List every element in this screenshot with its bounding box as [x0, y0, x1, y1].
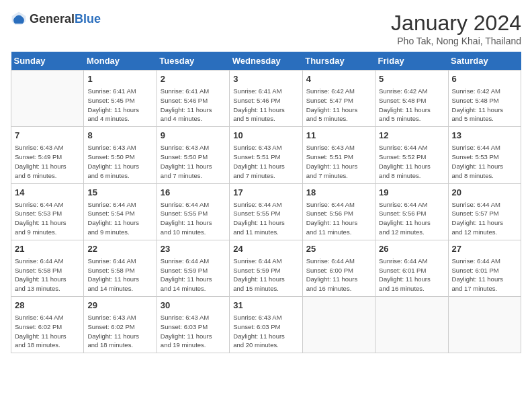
calendar-cell: 19Sunrise: 6:44 AMSunset: 5:56 PMDayligh…	[375, 183, 448, 240]
day-info: Sunrise: 6:43 AMSunset: 5:51 PMDaylight:…	[306, 143, 371, 180]
day-info: Sunrise: 6:43 AMSunset: 5:51 PMDaylight:…	[233, 143, 298, 180]
calendar-cell: 18Sunrise: 6:44 AMSunset: 5:56 PMDayligh…	[302, 183, 375, 240]
day-info: Sunrise: 6:44 AMSunset: 5:59 PMDaylight:…	[161, 257, 226, 293]
day-info: Sunrise: 6:41 AMSunset: 5:46 PMDaylight:…	[233, 87, 298, 124]
calendar-cell: 30Sunrise: 6:43 AMSunset: 6:03 PMDayligh…	[157, 297, 229, 353]
day-info: Sunrise: 6:43 AMSunset: 6:03 PMDaylight:…	[233, 313, 298, 350]
day-number: 24	[233, 243, 298, 255]
calendar-cell: 29Sunrise: 6:43 AMSunset: 6:02 PMDayligh…	[84, 297, 157, 353]
day-number: 8	[87, 130, 152, 142]
day-of-week-header: Tuesday	[157, 52, 229, 71]
calendar-cell: 17Sunrise: 6:44 AMSunset: 5:55 PMDayligh…	[230, 183, 302, 240]
day-info: Sunrise: 6:44 AMSunset: 5:56 PMDaylight:…	[379, 200, 444, 237]
calendar-cell: 25Sunrise: 6:44 AMSunset: 6:00 PMDayligh…	[302, 240, 375, 296]
month-title: January 2024	[391, 11, 521, 36]
day-of-week-header: Wednesday	[230, 52, 302, 71]
logo-blue: Blue	[75, 12, 101, 26]
day-info: Sunrise: 6:44 AMSunset: 5:52 PMDaylight:…	[379, 143, 444, 180]
calendar-cell: 1Sunrise: 6:41 AMSunset: 5:45 PMDaylight…	[84, 71, 157, 127]
calendar-cell: 9Sunrise: 6:43 AMSunset: 5:50 PMDaylight…	[157, 127, 229, 183]
day-info: Sunrise: 6:44 AMSunset: 5:53 PMDaylight:…	[452, 143, 517, 180]
calendar-cell: 5Sunrise: 6:42 AMSunset: 5:48 PMDaylight…	[375, 71, 448, 127]
day-info: Sunrise: 6:43 AMSunset: 5:50 PMDaylight:…	[87, 143, 152, 180]
day-number: 2	[161, 73, 226, 85]
day-of-week-header: Sunday	[11, 52, 84, 71]
day-info: Sunrise: 6:43 AMSunset: 5:49 PMDaylight:…	[15, 143, 80, 180]
day-number: 3	[233, 73, 298, 85]
calendar-cell: 2Sunrise: 6:41 AMSunset: 5:46 PMDaylight…	[157, 71, 229, 127]
day-number: 27	[452, 243, 517, 255]
day-number: 19	[379, 187, 444, 199]
day-number: 21	[15, 243, 80, 255]
calendar-cell: 26Sunrise: 6:44 AMSunset: 6:01 PMDayligh…	[375, 240, 448, 296]
day-info: Sunrise: 6:42 AMSunset: 5:48 PMDaylight:…	[379, 87, 444, 124]
day-info: Sunrise: 6:42 AMSunset: 5:48 PMDaylight:…	[452, 87, 517, 124]
calendar-cell: 7Sunrise: 6:43 AMSunset: 5:49 PMDaylight…	[11, 127, 84, 183]
day-info: Sunrise: 6:44 AMSunset: 5:58 PMDaylight:…	[87, 257, 152, 293]
location: Pho Tak, Nong Khai, Thailand	[391, 36, 521, 46]
day-info: Sunrise: 6:44 AMSunset: 5:58 PMDaylight:…	[15, 257, 80, 293]
day-number: 15	[87, 187, 152, 199]
day-number: 5	[379, 73, 444, 85]
day-of-week-header: Saturday	[448, 52, 521, 71]
day-number: 29	[87, 300, 152, 312]
logo-general: General	[30, 12, 75, 26]
calendar-week-row: 1Sunrise: 6:41 AMSunset: 5:45 PMDaylight…	[11, 71, 521, 127]
day-info: Sunrise: 6:44 AMSunset: 6:00 PMDaylight:…	[306, 257, 371, 293]
day-of-week-header: Friday	[375, 52, 448, 71]
day-number: 6	[452, 73, 517, 85]
day-number: 9	[161, 130, 226, 142]
day-number: 11	[306, 130, 371, 142]
day-info: Sunrise: 6:41 AMSunset: 5:46 PMDaylight:…	[161, 87, 226, 124]
day-number: 26	[379, 243, 444, 255]
calendar-cell: 15Sunrise: 6:44 AMSunset: 5:54 PMDayligh…	[84, 183, 157, 240]
logo-icon	[11, 11, 27, 27]
day-info: Sunrise: 6:43 AMSunset: 6:02 PMDaylight:…	[87, 313, 152, 350]
calendar-cell: 13Sunrise: 6:44 AMSunset: 5:53 PMDayligh…	[448, 127, 521, 183]
day-of-week-header: Monday	[84, 52, 157, 71]
calendar-cell	[302, 297, 375, 353]
day-info: Sunrise: 6:44 AMSunset: 6:02 PMDaylight:…	[15, 313, 80, 350]
calendar-cell: 23Sunrise: 6:44 AMSunset: 5:59 PMDayligh…	[157, 240, 229, 296]
day-number: 16	[161, 187, 226, 199]
day-info: Sunrise: 6:44 AMSunset: 5:57 PMDaylight:…	[452, 200, 517, 237]
logo: GeneralBlue	[11, 11, 101, 27]
day-info: Sunrise: 6:44 AMSunset: 5:55 PMDaylight:…	[233, 200, 298, 237]
calendar-cell: 8Sunrise: 6:43 AMSunset: 5:50 PMDaylight…	[84, 127, 157, 183]
day-number: 1	[87, 73, 152, 85]
day-number: 25	[306, 243, 371, 255]
day-number: 4	[306, 73, 371, 85]
calendar-week-row: 14Sunrise: 6:44 AMSunset: 5:53 PMDayligh…	[11, 183, 521, 240]
day-info: Sunrise: 6:44 AMSunset: 6:01 PMDaylight:…	[452, 257, 517, 293]
calendar-cell: 27Sunrise: 6:44 AMSunset: 6:01 PMDayligh…	[448, 240, 521, 296]
day-number: 12	[379, 130, 444, 142]
calendar-cell	[448, 297, 521, 353]
day-info: Sunrise: 6:44 AMSunset: 5:55 PMDaylight:…	[161, 200, 226, 237]
calendar-table: SundayMondayTuesdayWednesdayThursdayFrid…	[11, 52, 521, 353]
day-number: 7	[15, 130, 80, 142]
page-header: GeneralBlue January 2024 Pho Tak, Nong K…	[11, 11, 521, 46]
day-info: Sunrise: 6:44 AMSunset: 5:56 PMDaylight:…	[306, 200, 371, 237]
calendar-cell: 24Sunrise: 6:44 AMSunset: 5:59 PMDayligh…	[230, 240, 302, 296]
calendar-cell: 20Sunrise: 6:44 AMSunset: 5:57 PMDayligh…	[448, 183, 521, 240]
day-number: 17	[233, 187, 298, 199]
calendar-cell: 22Sunrise: 6:44 AMSunset: 5:58 PMDayligh…	[84, 240, 157, 296]
calendar-week-row: 28Sunrise: 6:44 AMSunset: 6:02 PMDayligh…	[11, 297, 521, 353]
day-of-week-header: Thursday	[302, 52, 375, 71]
day-info: Sunrise: 6:43 AMSunset: 5:50 PMDaylight:…	[161, 143, 226, 180]
calendar-cell	[11, 71, 84, 127]
day-info: Sunrise: 6:43 AMSunset: 6:03 PMDaylight:…	[161, 313, 226, 350]
calendar-cell: 14Sunrise: 6:44 AMSunset: 5:53 PMDayligh…	[11, 183, 84, 240]
calendar-week-row: 7Sunrise: 6:43 AMSunset: 5:49 PMDaylight…	[11, 127, 521, 183]
day-number: 13	[452, 130, 517, 142]
calendar-cell: 16Sunrise: 6:44 AMSunset: 5:55 PMDayligh…	[157, 183, 229, 240]
day-number: 31	[233, 300, 298, 312]
calendar-cell: 12Sunrise: 6:44 AMSunset: 5:52 PMDayligh…	[375, 127, 448, 183]
title-block: January 2024 Pho Tak, Nong Khai, Thailan…	[391, 11, 521, 46]
day-number: 22	[87, 243, 152, 255]
day-info: Sunrise: 6:41 AMSunset: 5:45 PMDaylight:…	[87, 87, 152, 124]
day-info: Sunrise: 6:42 AMSunset: 5:47 PMDaylight:…	[306, 87, 371, 124]
day-number: 20	[452, 187, 517, 199]
calendar-cell: 10Sunrise: 6:43 AMSunset: 5:51 PMDayligh…	[230, 127, 302, 183]
calendar-cell	[375, 297, 448, 353]
